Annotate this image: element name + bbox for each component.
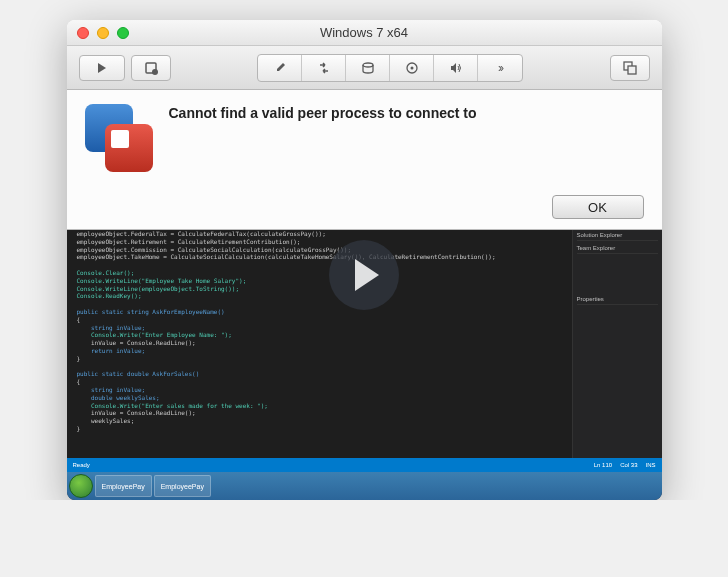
vmware-icon [85,104,153,172]
play-button[interactable] [79,55,125,81]
svg-point-3 [363,63,373,67]
toolbar: ›› [67,46,662,90]
svg-point-2 [152,69,158,75]
vm-window: Windows 7 x64 [67,20,662,500]
svg-marker-0 [98,63,106,73]
more-icon[interactable]: ›› [478,55,522,81]
disk-icon[interactable] [346,55,390,81]
vs-statusbar: Ready Ln 110 Col 33 INS [67,458,662,472]
status-ready: Ready [73,462,90,468]
settings-icon[interactable] [258,55,302,81]
play-icon [355,259,379,291]
status-line: Ln 110 [594,462,612,468]
fullscreen-button[interactable] [610,55,650,81]
solution-explorer-tab[interactable]: Solution Explorer [577,230,658,241]
snapshot-button[interactable] [131,55,171,81]
minimize-button[interactable] [97,27,109,39]
error-dialog: Cannot find a valid peer process to conn… [67,90,662,230]
taskbar-item[interactable]: EmployeePay [95,475,152,497]
status-col: Col 33 [620,462,637,468]
properties-panel[interactable]: Properties [577,294,658,305]
svg-point-5 [410,66,413,69]
windows-taskbar: EmployeePay EmployeePay [67,472,662,500]
taskbar-item[interactable]: EmployeePay [154,475,211,497]
titlebar: Windows 7 x64 [67,20,662,46]
swap-icon[interactable] [302,55,346,81]
play-overlay-icon[interactable] [329,240,399,310]
cdrom-icon[interactable] [390,55,434,81]
vm-controls: ›› [257,54,523,82]
ok-button[interactable]: OK [552,195,644,219]
window-title: Windows 7 x64 [129,25,600,40]
zoom-button[interactable] [117,27,129,39]
team-explorer-tab[interactable]: Team Explorer [577,243,658,254]
sound-icon[interactable] [434,55,478,81]
close-button[interactable] [77,27,89,39]
traffic-lights [77,27,129,39]
start-button[interactable] [69,474,93,498]
svg-rect-7 [628,66,636,74]
status-ins: INS [645,462,655,468]
